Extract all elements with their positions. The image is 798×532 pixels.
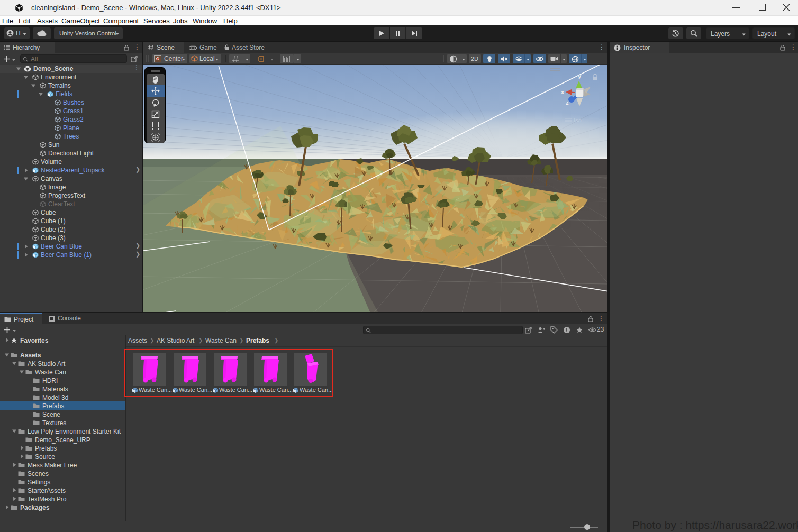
svg-text:Iso: Iso: [574, 117, 582, 123]
svg-text:x: x: [561, 89, 565, 95]
svg-text:z: z: [566, 99, 569, 106]
svg-text:y: y: [578, 73, 582, 79]
